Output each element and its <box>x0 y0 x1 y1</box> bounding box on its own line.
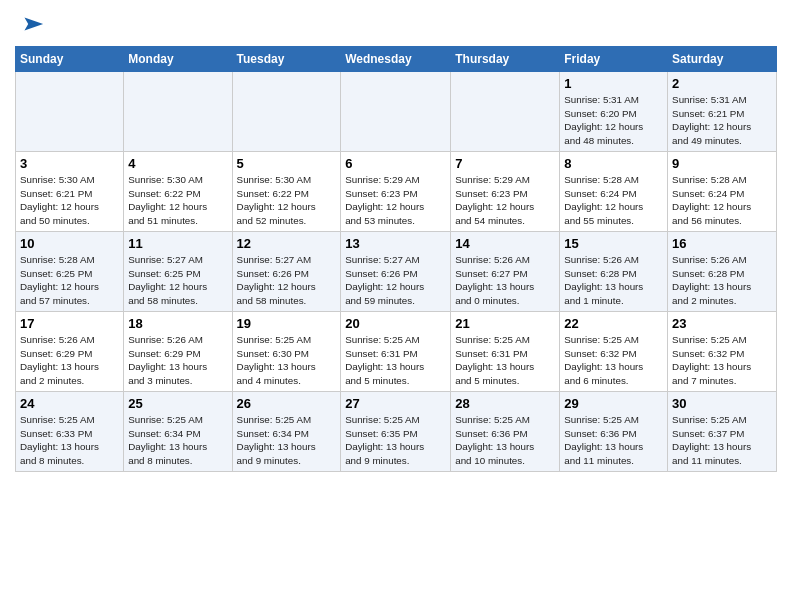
day-number: 1 <box>564 76 663 91</box>
day-number: 11 <box>128 236 227 251</box>
calendar-cell: 2Sunrise: 5:31 AMSunset: 6:21 PMDaylight… <box>668 72 777 152</box>
header-cell-tuesday: Tuesday <box>232 47 341 72</box>
day-number: 18 <box>128 316 227 331</box>
day-info: Sunrise: 5:28 AMSunset: 6:24 PMDaylight:… <box>564 173 663 228</box>
calendar-cell: 12Sunrise: 5:27 AMSunset: 6:26 PMDayligh… <box>232 232 341 312</box>
calendar-cell: 22Sunrise: 5:25 AMSunset: 6:32 PMDayligh… <box>560 312 668 392</box>
calendar-cell: 17Sunrise: 5:26 AMSunset: 6:29 PMDayligh… <box>16 312 124 392</box>
day-info: Sunrise: 5:30 AMSunset: 6:22 PMDaylight:… <box>128 173 227 228</box>
header-cell-monday: Monday <box>124 47 232 72</box>
calendar-cell: 3Sunrise: 5:30 AMSunset: 6:21 PMDaylight… <box>16 152 124 232</box>
day-info: Sunrise: 5:26 AMSunset: 6:27 PMDaylight:… <box>455 253 555 308</box>
calendar-cell <box>451 72 560 152</box>
day-info: Sunrise: 5:28 AMSunset: 6:24 PMDaylight:… <box>672 173 772 228</box>
day-number: 7 <box>455 156 555 171</box>
day-number: 30 <box>672 396 772 411</box>
day-info: Sunrise: 5:25 AMSunset: 6:34 PMDaylight:… <box>128 413 227 468</box>
header-cell-wednesday: Wednesday <box>341 47 451 72</box>
day-info: Sunrise: 5:27 AMSunset: 6:26 PMDaylight:… <box>237 253 337 308</box>
calendar-cell: 14Sunrise: 5:26 AMSunset: 6:27 PMDayligh… <box>451 232 560 312</box>
day-info: Sunrise: 5:25 AMSunset: 6:32 PMDaylight:… <box>564 333 663 388</box>
calendar-cell: 20Sunrise: 5:25 AMSunset: 6:31 PMDayligh… <box>341 312 451 392</box>
day-number: 19 <box>237 316 337 331</box>
day-info: Sunrise: 5:26 AMSunset: 6:29 PMDaylight:… <box>128 333 227 388</box>
calendar-cell: 25Sunrise: 5:25 AMSunset: 6:34 PMDayligh… <box>124 392 232 472</box>
day-info: Sunrise: 5:25 AMSunset: 6:36 PMDaylight:… <box>564 413 663 468</box>
svg-marker-0 <box>24 17 43 30</box>
header-cell-saturday: Saturday <box>668 47 777 72</box>
logo <box>15 10 45 38</box>
day-number: 23 <box>672 316 772 331</box>
calendar-cell: 26Sunrise: 5:25 AMSunset: 6:34 PMDayligh… <box>232 392 341 472</box>
calendar-body: 1Sunrise: 5:31 AMSunset: 6:20 PMDaylight… <box>16 72 777 472</box>
day-info: Sunrise: 5:29 AMSunset: 6:23 PMDaylight:… <box>345 173 446 228</box>
day-number: 8 <box>564 156 663 171</box>
day-number: 16 <box>672 236 772 251</box>
day-info: Sunrise: 5:29 AMSunset: 6:23 PMDaylight:… <box>455 173 555 228</box>
day-number: 2 <box>672 76 772 91</box>
header-cell-friday: Friday <box>560 47 668 72</box>
day-number: 13 <box>345 236 446 251</box>
calendar-cell: 9Sunrise: 5:28 AMSunset: 6:24 PMDaylight… <box>668 152 777 232</box>
day-number: 14 <box>455 236 555 251</box>
day-info: Sunrise: 5:28 AMSunset: 6:25 PMDaylight:… <box>20 253 119 308</box>
day-info: Sunrise: 5:30 AMSunset: 6:22 PMDaylight:… <box>237 173 337 228</box>
day-info: Sunrise: 5:25 AMSunset: 6:36 PMDaylight:… <box>455 413 555 468</box>
calendar-cell: 10Sunrise: 5:28 AMSunset: 6:25 PMDayligh… <box>16 232 124 312</box>
day-number: 26 <box>237 396 337 411</box>
week-row-3: 17Sunrise: 5:26 AMSunset: 6:29 PMDayligh… <box>16 312 777 392</box>
day-number: 12 <box>237 236 337 251</box>
day-info: Sunrise: 5:31 AMSunset: 6:20 PMDaylight:… <box>564 93 663 148</box>
week-row-4: 24Sunrise: 5:25 AMSunset: 6:33 PMDayligh… <box>16 392 777 472</box>
day-info: Sunrise: 5:25 AMSunset: 6:33 PMDaylight:… <box>20 413 119 468</box>
header-row: SundayMondayTuesdayWednesdayThursdayFrid… <box>16 47 777 72</box>
day-number: 24 <box>20 396 119 411</box>
calendar-cell: 6Sunrise: 5:29 AMSunset: 6:23 PMDaylight… <box>341 152 451 232</box>
day-info: Sunrise: 5:25 AMSunset: 6:34 PMDaylight:… <box>237 413 337 468</box>
day-info: Sunrise: 5:25 AMSunset: 6:32 PMDaylight:… <box>672 333 772 388</box>
day-number: 10 <box>20 236 119 251</box>
day-info: Sunrise: 5:25 AMSunset: 6:35 PMDaylight:… <box>345 413 446 468</box>
day-info: Sunrise: 5:26 AMSunset: 6:29 PMDaylight:… <box>20 333 119 388</box>
calendar-cell: 4Sunrise: 5:30 AMSunset: 6:22 PMDaylight… <box>124 152 232 232</box>
day-number: 21 <box>455 316 555 331</box>
day-info: Sunrise: 5:27 AMSunset: 6:26 PMDaylight:… <box>345 253 446 308</box>
day-number: 3 <box>20 156 119 171</box>
day-info: Sunrise: 5:25 AMSunset: 6:30 PMDaylight:… <box>237 333 337 388</box>
week-row-2: 10Sunrise: 5:28 AMSunset: 6:25 PMDayligh… <box>16 232 777 312</box>
calendar-header: SundayMondayTuesdayWednesdayThursdayFrid… <box>16 47 777 72</box>
calendar-table: SundayMondayTuesdayWednesdayThursdayFrid… <box>15 46 777 472</box>
calendar-cell: 28Sunrise: 5:25 AMSunset: 6:36 PMDayligh… <box>451 392 560 472</box>
calendar-cell: 1Sunrise: 5:31 AMSunset: 6:20 PMDaylight… <box>560 72 668 152</box>
calendar-cell: 15Sunrise: 5:26 AMSunset: 6:28 PMDayligh… <box>560 232 668 312</box>
calendar-cell: 11Sunrise: 5:27 AMSunset: 6:25 PMDayligh… <box>124 232 232 312</box>
calendar-cell <box>341 72 451 152</box>
page-header <box>15 10 777 38</box>
day-info: Sunrise: 5:31 AMSunset: 6:21 PMDaylight:… <box>672 93 772 148</box>
calendar-cell <box>16 72 124 152</box>
header-cell-thursday: Thursday <box>451 47 560 72</box>
day-number: 22 <box>564 316 663 331</box>
header-cell-sunday: Sunday <box>16 47 124 72</box>
day-info: Sunrise: 5:26 AMSunset: 6:28 PMDaylight:… <box>672 253 772 308</box>
day-info: Sunrise: 5:25 AMSunset: 6:31 PMDaylight:… <box>345 333 446 388</box>
calendar-cell: 23Sunrise: 5:25 AMSunset: 6:32 PMDayligh… <box>668 312 777 392</box>
calendar-cell: 30Sunrise: 5:25 AMSunset: 6:37 PMDayligh… <box>668 392 777 472</box>
day-number: 9 <box>672 156 772 171</box>
calendar-cell: 16Sunrise: 5:26 AMSunset: 6:28 PMDayligh… <box>668 232 777 312</box>
day-info: Sunrise: 5:25 AMSunset: 6:37 PMDaylight:… <box>672 413 772 468</box>
calendar-cell: 8Sunrise: 5:28 AMSunset: 6:24 PMDaylight… <box>560 152 668 232</box>
calendar-cell: 29Sunrise: 5:25 AMSunset: 6:36 PMDayligh… <box>560 392 668 472</box>
day-number: 5 <box>237 156 337 171</box>
day-number: 28 <box>455 396 555 411</box>
day-number: 17 <box>20 316 119 331</box>
calendar-cell: 21Sunrise: 5:25 AMSunset: 6:31 PMDayligh… <box>451 312 560 392</box>
day-info: Sunrise: 5:26 AMSunset: 6:28 PMDaylight:… <box>564 253 663 308</box>
calendar-cell: 19Sunrise: 5:25 AMSunset: 6:30 PMDayligh… <box>232 312 341 392</box>
day-number: 27 <box>345 396 446 411</box>
calendar-cell: 24Sunrise: 5:25 AMSunset: 6:33 PMDayligh… <box>16 392 124 472</box>
day-number: 6 <box>345 156 446 171</box>
day-number: 25 <box>128 396 227 411</box>
calendar-cell: 5Sunrise: 5:30 AMSunset: 6:22 PMDaylight… <box>232 152 341 232</box>
day-info: Sunrise: 5:25 AMSunset: 6:31 PMDaylight:… <box>455 333 555 388</box>
